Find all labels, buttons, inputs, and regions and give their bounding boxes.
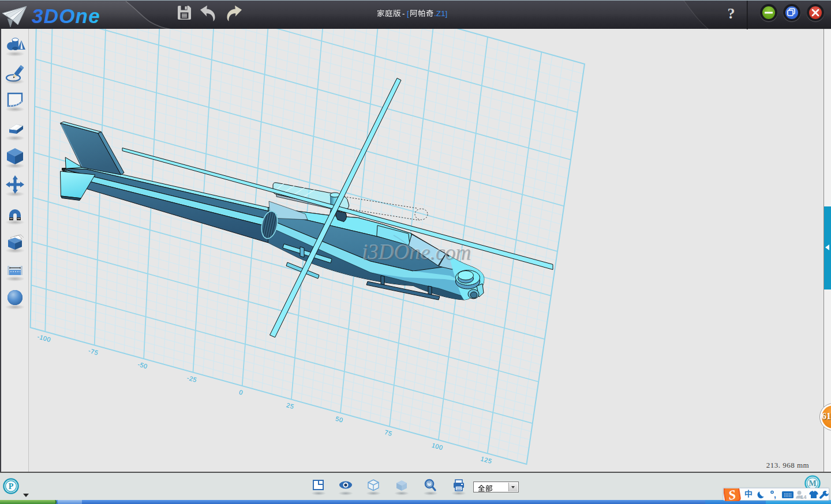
svg-text:.Z1]: .Z1] — [434, 9, 447, 18]
svg-text:,: , — [774, 490, 776, 499]
svg-text:M: M — [808, 479, 816, 488]
svg-text:-75: -75 — [88, 347, 99, 356]
svg-text:-50: -50 — [137, 360, 148, 370]
svg-text:50: 50 — [335, 415, 344, 424]
svg-text:75: 75 — [384, 428, 393, 437]
svg-text:125: 125 — [480, 455, 493, 465]
svg-text:-25: -25 — [186, 374, 198, 383]
svg-text:0: 0 — [238, 389, 244, 396]
svg-text:100: 100 — [431, 442, 444, 452]
svg-text:[: [ — [407, 9, 409, 18]
svg-text:-: - — [402, 9, 405, 18]
svg-text:P: P — [9, 482, 14, 491]
svg-text:25: 25 — [286, 401, 295, 410]
svg-text:-100: -100 — [36, 333, 51, 343]
svg-text:14: 14 — [800, 494, 807, 500]
